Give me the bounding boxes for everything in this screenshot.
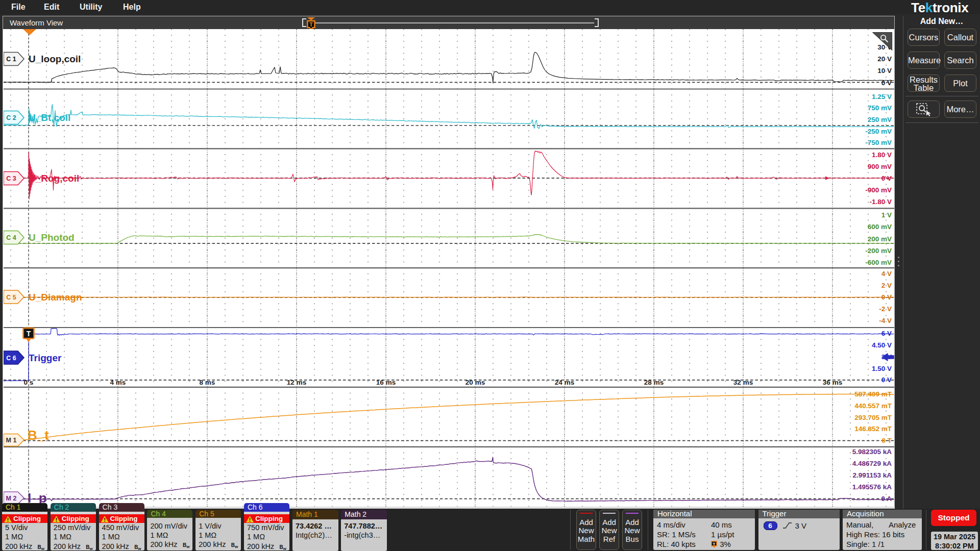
svg-text:-600 mV: -600 mV	[865, 259, 892, 266]
svg-text:C 5: C 5	[6, 294, 16, 301]
svg-text:8 ms: 8 ms	[200, 379, 215, 386]
svg-text:587.409 mT: 587.409 mT	[854, 390, 892, 398]
svg-text:28 ms: 28 ms	[644, 379, 664, 386]
svg-text:C 3: C 3	[6, 175, 16, 182]
svg-text:4 V: 4 V	[881, 270, 892, 278]
svg-text:-900 mV: -900 mV	[865, 186, 892, 194]
svg-text:6 V: 6 V	[881, 330, 892, 337]
svg-text:10 V: 10 V	[877, 67, 892, 74]
svg-text:Trigger: Trigger	[29, 353, 62, 363]
svg-text:C 6: C 6	[6, 355, 16, 362]
svg-text:440.557 mT: 440.557 mT	[854, 402, 892, 410]
svg-text:M 1: M 1	[6, 437, 17, 444]
svg-text:32 ms: 32 ms	[733, 379, 753, 386]
svg-text:600 mV: 600 mV	[868, 223, 892, 231]
svg-text:0 s: 0 s	[24, 379, 34, 386]
svg-text:T: T	[309, 21, 313, 28]
svg-text:C 4: C 4	[6, 234, 16, 241]
svg-text:0 V: 0 V	[881, 79, 892, 87]
svg-text:4.486729 kA: 4.486729 kA	[852, 460, 892, 467]
svg-text:1.80 V: 1.80 V	[872, 151, 892, 159]
svg-text:0 V: 0 V	[881, 376, 892, 384]
svg-text:5.982305 kA: 5.982305 kA	[852, 448, 892, 456]
svg-text:4 ms: 4 ms	[110, 379, 126, 386]
svg-text:1.50 V: 1.50 V	[872, 365, 892, 372]
svg-text:1.495576 kA: 1.495576 kA	[852, 483, 892, 491]
svg-text:0 V: 0 V	[881, 293, 892, 301]
svg-text:200 mV: 200 mV	[868, 235, 892, 243]
svg-text:-2 V: -2 V	[879, 305, 892, 313]
svg-text:293.705 mT: 293.705 mT	[854, 414, 892, 421]
svg-text:U_Photod: U_Photod	[29, 232, 75, 243]
svg-text:T: T	[713, 542, 716, 546]
svg-text:T: T	[27, 330, 31, 338]
svg-text:M 2: M 2	[6, 495, 17, 502]
svg-text:-4 V: -4 V	[879, 317, 892, 324]
svg-text:0 A: 0 A	[881, 495, 892, 503]
svg-text:U_Rog,coil: U_Rog,coil	[29, 173, 79, 184]
svg-text:4.50 V: 4.50 V	[872, 341, 892, 349]
svg-text:U_loop,coil: U_loop,coil	[29, 54, 81, 64]
svg-text:-750 mV: -750 mV	[865, 139, 892, 146]
svg-text:12 ms: 12 ms	[287, 379, 306, 386]
svg-text:C 1: C 1	[6, 56, 16, 63]
svg-text:900 mV: 900 mV	[868, 163, 892, 170]
svg-text:20 V: 20 V	[877, 55, 892, 63]
svg-text:B_t: B_t	[28, 428, 49, 443]
svg-text:0 T: 0 T	[881, 437, 892, 444]
svg-text:0 V: 0 V	[881, 174, 892, 182]
svg-text:-200 mV: -200 mV	[865, 247, 892, 255]
svg-text:-1.80 V: -1.80 V	[869, 198, 892, 206]
svg-text:750 mV: 750 mV	[868, 104, 892, 112]
svg-text:24 ms: 24 ms	[555, 379, 574, 386]
svg-text:36 ms: 36 ms	[823, 379, 842, 386]
svg-text:2 V: 2 V	[881, 282, 892, 289]
svg-text:U_Bt,coil: U_Bt,coil	[29, 112, 70, 123]
svg-text:-250 mV: -250 mV	[865, 128, 892, 135]
svg-text:2.991153 kA: 2.991153 kA	[852, 471, 892, 479]
svg-text:U_Diamagn: U_Diamagn	[29, 292, 82, 303]
svg-text:20 ms: 20 ms	[465, 379, 485, 386]
svg-text:C 2: C 2	[6, 114, 16, 121]
svg-text:250 mV: 250 mV	[868, 116, 892, 123]
svg-text:146.852 mT: 146.852 mT	[854, 425, 892, 433]
svg-text:1.25 V: 1.25 V	[872, 93, 892, 101]
svg-text:1 V: 1 V	[881, 211, 892, 219]
svg-text:16 ms: 16 ms	[376, 379, 396, 386]
